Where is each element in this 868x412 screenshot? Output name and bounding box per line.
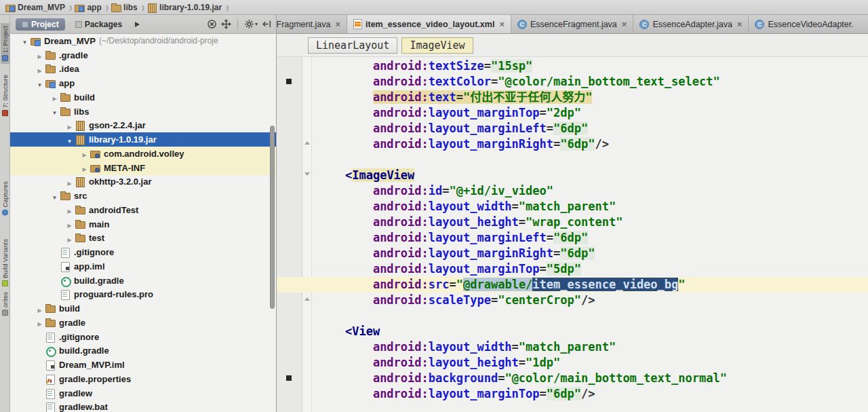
code-line[interactable]: android:layout_marginTop="6dp"/>: [277, 386, 868, 402]
code-line[interactable]: android:src="@drawable/item_essence_vide…: [277, 277, 868, 293]
file-tab[interactable]: Fragment.java ×: [277, 15, 347, 33]
file-tab[interactable]: EssenceFragment.java ×: [511, 15, 633, 33]
file-tab[interactable]: item_essence_video_layout.xml ×: [347, 15, 511, 33]
tree-item[interactable]: libs: [10, 105, 276, 119]
code-line[interactable]: android:layout_marginRight="6dp": [277, 246, 868, 261]
tree-item[interactable]: app: [10, 76, 276, 90]
tree-item[interactable]: Dream_MVP (~/Desktop/android/android-pro…: [10, 34, 276, 48]
tree-item[interactable]: androidTest: [10, 203, 276, 217]
code-line[interactable]: [277, 152, 868, 168]
fold-marker-icon[interactable]: [304, 172, 310, 176]
code-line[interactable]: android:layout_width="match_parent": [277, 339, 868, 355]
tree-item[interactable]: main: [10, 217, 276, 231]
tree-item[interactable]: library-1.0.19.jar: [10, 132, 276, 147]
settings-gear-icon[interactable]: ▾: [244, 19, 258, 29]
tree-item[interactable]: build.gradle: [10, 274, 276, 288]
tree-item[interactable]: okhttp-3.2.0.jar: [10, 175, 276, 189]
code-line[interactable]: android:text="付出不亚于任何人努力": [277, 90, 868, 105]
expand-arrow-icon[interactable]: [35, 316, 45, 329]
code-line[interactable]: android:textSize="15sp": [277, 58, 868, 74]
fold-marker-icon[interactable]: [304, 141, 310, 145]
expand-arrow-icon[interactable]: [50, 91, 60, 103]
tree-item[interactable]: gradle.properties: [10, 372, 276, 386]
code-line[interactable]: android:layout_marginRight="6dp"/>: [277, 136, 868, 152]
expand-arrow-icon[interactable]: [50, 105, 60, 117]
tree-item[interactable]: gradle: [10, 316, 276, 330]
tree-item[interactable]: build: [10, 301, 276, 316]
tree-item[interactable]: Dream_MVP.iml: [10, 358, 276, 372]
expand-arrow-icon[interactable]: [79, 147, 90, 160]
tree-item[interactable]: src: [10, 189, 276, 203]
tree-item[interactable]: test: [10, 231, 276, 246]
expand-arrow-icon[interactable]: [64, 119, 75, 132]
breadcrumb-item[interactable]: library-1.0.19.jar ›: [147, 2, 231, 12]
code-line[interactable]: android:layout_marginLeft="6dp": [277, 230, 868, 246]
code-line[interactable]: [277, 308, 868, 324]
tree-item[interactable]: gradlew: [10, 386, 276, 400]
code-line[interactable]: android:id="@+id/iv_video": [277, 183, 868, 199]
code-line[interactable]: android:layout_marginLeft="6dp": [277, 121, 868, 136]
tree-item[interactable]: build: [10, 90, 276, 105]
tree-item[interactable]: .gitignore: [10, 245, 276, 259]
file-tab[interactable]: EssenceAdapter.java ×: [633, 15, 749, 33]
tree-item[interactable]: .gradle: [10, 48, 276, 62]
tree-item[interactable]: META-INF: [10, 161, 276, 175]
breadcrumb-item[interactable]: app ›: [75, 2, 111, 12]
close-icon[interactable]: ×: [622, 19, 627, 29]
expand-arrow-icon[interactable]: [35, 49, 45, 61]
code-line[interactable]: android:textColor="@color/main_bottom_te…: [277, 74, 868, 90]
tree-item[interactable]: com.android.volley: [10, 147, 276, 161]
code-editor[interactable]: android:textSize="15sp" android:textColo…: [277, 57, 868, 412]
expand-arrow-icon[interactable]: [35, 303, 45, 315]
code-line[interactable]: android:background="@color/main_bottom_t…: [277, 371, 868, 386]
close-icon[interactable]: ×: [737, 19, 743, 29]
expand-arrow-icon[interactable]: [64, 176, 75, 188]
expand-arrow-icon[interactable]: [50, 190, 60, 202]
code-line[interactable]: android:layout_height="wrap_content": [277, 214, 868, 230]
tool-window-button[interactable]: 7: Structure: [1, 72, 9, 119]
tree-item[interactable]: .idea: [10, 62, 276, 77]
breadcrumb-item[interactable]: libs ›: [111, 2, 147, 12]
expand-arrow-icon[interactable]: [64, 232, 75, 244]
expand-arrow-icon[interactable]: [35, 77, 45, 90]
packages-view-tab[interactable]: Packages: [69, 18, 128, 31]
code-line[interactable]: android:layout_width="match_parent": [277, 199, 868, 214]
tree-item[interactable]: proguard-rules.pro: [10, 288, 276, 302]
scroll-from-source-icon[interactable]: [221, 19, 231, 29]
tree-item[interactable]: app.iml: [10, 259, 276, 274]
code-line[interactable]: <View: [277, 324, 868, 339]
file-tab[interactable]: EssenceVideoAdapter. ×: [749, 15, 859, 33]
node-type-icon: [60, 261, 71, 271]
expand-arrow-icon[interactable]: [64, 134, 75, 146]
close-icon[interactable]: ×: [335, 19, 340, 29]
tree-item[interactable]: .gitignore: [10, 330, 276, 344]
expand-arrow-icon[interactable]: [64, 218, 75, 230]
xml-breadcrumb-chip[interactable]: LinearLayout: [308, 37, 397, 54]
play-icon[interactable]: [132, 20, 142, 29]
expand-arrow-icon[interactable]: [35, 63, 45, 75]
tree-item[interactable]: build.gradle: [10, 344, 276, 358]
code-line[interactable]: android:layout_marginTop="5dp": [277, 261, 868, 277]
fold-marker-icon[interactable]: [304, 297, 310, 301]
tool-window-button[interactable]: Build Variants: [1, 236, 9, 289]
breadcrumb-item[interactable]: Dream_MVP ›: [5, 2, 75, 12]
code-line[interactable]: android:layout_height="1dp": [277, 355, 868, 371]
xml-breadcrumb-chip[interactable]: ImageView: [401, 37, 473, 54]
tool-window-button[interactable]: orites: [1, 289, 9, 318]
code-line[interactable]: android:layout_marginTop="2dp": [277, 105, 868, 121]
expand-arrow-icon[interactable]: [64, 204, 75, 216]
project-view-tab[interactable]: Project: [16, 18, 65, 31]
code-lines[interactable]: android:textSize="15sp" android:textColo…: [277, 57, 868, 402]
tree-item[interactable]: gradlew.bat: [10, 400, 276, 412]
hide-panel-icon[interactable]: [262, 19, 272, 29]
expand-arrow-icon[interactable]: [20, 35, 30, 47]
tool-window-button[interactable]: Captures: [1, 179, 9, 219]
tool-window-button[interactable]: 1: Project: [1, 23, 9, 64]
close-circle-icon[interactable]: [207, 19, 217, 29]
code-line[interactable]: <ImageView: [277, 168, 868, 183]
code-line[interactable]: android:scaleType="centerCrop"/>: [277, 293, 868, 308]
tree-item[interactable]: gson-2.2.4.jar: [10, 119, 276, 133]
project-scrollbar[interactable]: [270, 126, 275, 309]
close-icon[interactable]: ×: [499, 19, 505, 29]
expand-arrow-icon[interactable]: [79, 162, 90, 174]
